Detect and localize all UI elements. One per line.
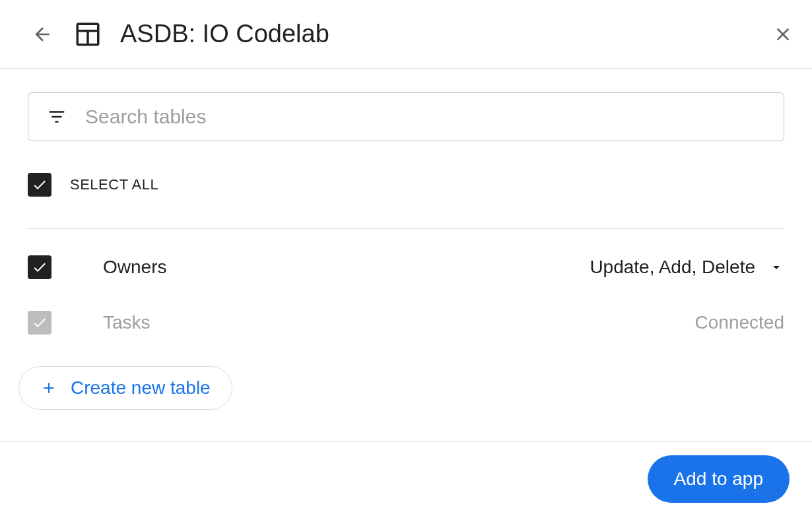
select-all-row: SELECT ALL [28,173,784,229]
permissions-dropdown-icon[interactable] [768,259,784,275]
table-name-label: Owners [103,257,590,278]
search-box [28,92,784,141]
table-status-label: Connected [695,312,784,333]
search-input[interactable] [85,106,765,128]
table-row: Owners Update, Add, Delete [28,255,784,279]
dialog-content: SELECT ALL Owners Update, Add, Delete [0,69,812,410]
table-checkbox-owners[interactable] [28,255,51,279]
plus-icon [40,379,57,397]
close-icon[interactable] [772,24,794,45]
table-checkbox-tasks [28,311,51,335]
dialog-header: ASDB: IO Codelab [0,0,812,69]
add-to-app-button[interactable]: Add to app [648,455,790,503]
dialog-title: ASDB: IO Codelab [120,20,772,48]
table-name-label: Tasks [103,312,695,333]
table-icon [74,20,102,48]
create-new-table-button[interactable]: Create new table [18,366,232,410]
table-list: Owners Update, Add, Delete Tasks Connect… [28,229,784,410]
filter-icon [47,107,67,127]
table-permissions-label: Update, Add, Delete [590,257,755,278]
select-all-checkbox[interactable] [28,173,51,197]
dialog-footer: Add to app [0,441,812,516]
create-table-label: Create new table [71,377,211,399]
back-arrow-icon[interactable] [32,24,53,45]
table-row: Tasks Connected [28,311,784,335]
select-all-label: SELECT ALL [70,176,158,193]
